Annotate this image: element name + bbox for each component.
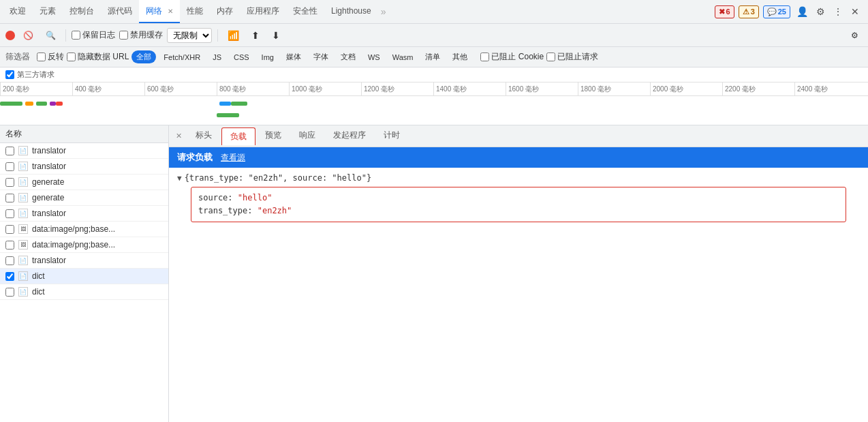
download-btn[interactable]: ⬇ [268, 28, 284, 43]
filter-ws[interactable]: WS [363, 52, 385, 63]
wifi-btn[interactable]: 📶 [223, 28, 243, 43]
list-item[interactable]: 📄generate [0, 190, 168, 206]
tab-timing[interactable]: 计时 [375, 127, 408, 145]
filter-media[interactable]: 媒体 [281, 50, 306, 63]
tree-collapse-btn[interactable]: ▼ [177, 174, 182, 183]
list-item[interactable]: 📄translator [0, 206, 168, 222]
detail-tabs: ✕ 标头 负载 预览 响应 发起程序 计时 [169, 125, 868, 147]
tab-payload[interactable]: 负载 [221, 127, 255, 145]
throttle-select[interactable]: 无限制 [167, 28, 212, 43]
clear-btn[interactable]: 🚫 [19, 29, 37, 42]
filter-doc[interactable]: 文档 [336, 50, 360, 63]
list-item[interactable]: 📄dict [0, 269, 168, 284]
timeline-tick-5: 1200 毫秒 [361, 82, 433, 95]
detail-panel-close[interactable]: ✕ [172, 129, 186, 143]
filter-manifest[interactable]: 清单 [420, 50, 445, 63]
list-item-checkbox-7[interactable] [5, 256, 14, 265]
blocked-requests-label[interactable]: 已阻止请求 [546, 51, 598, 63]
timeline-tick-3: 800 毫秒 [217, 82, 289, 95]
tab-welcome[interactable]: 欢迎 [3, 0, 33, 23]
list-item[interactable]: 📄translator [0, 253, 168, 269]
devtools-settings-btn[interactable]: ⚙ [847, 29, 863, 42]
filter-css[interactable]: CSS [229, 52, 254, 63]
filter-img[interactable]: Img [257, 52, 279, 63]
preserve-log-label[interactable]: 保留日志 [72, 29, 115, 41]
timeline-bar-5 [217, 113, 239, 117]
list-item-checkbox-6[interactable] [5, 241, 14, 250]
tab-headers[interactable]: 标头 [187, 127, 220, 145]
tab-security[interactable]: 安全性 [286, 0, 324, 23]
filter-fetch-xhr[interactable]: Fetch/XHR [159, 52, 205, 63]
tab-sources[interactable]: 源代码 [101, 0, 139, 23]
tab-application[interactable]: 应用程序 [240, 0, 286, 23]
list-item[interactable]: 📄generate [0, 175, 168, 190]
list-item-checkbox-9[interactable] [5, 288, 14, 297]
list-item-checkbox-2[interactable] [5, 178, 14, 187]
file-icon: 🖼 [18, 224, 28, 234]
filter-all[interactable]: 全部 [131, 50, 156, 63]
list-item-checkbox-0[interactable] [5, 147, 14, 155]
list-item[interactable]: 📄translator [0, 143, 168, 159]
third-party-row[interactable]: 第三方请求 [0, 67, 868, 82]
main-layout: 名称 📄translator📄translator📄generate📄gener… [0, 125, 868, 422]
file-icon: 📄 [18, 209, 28, 218]
timeline-bar-2 [36, 102, 47, 106]
file-icon: 📄 [18, 271, 28, 281]
upload-btn[interactable]: ⬆ [247, 28, 264, 43]
list-item-checkbox-3[interactable] [5, 194, 14, 202]
blocked-requests-checkbox[interactable] [546, 52, 555, 61]
disable-cache-checkbox[interactable] [119, 31, 128, 40]
preserve-log-checkbox[interactable] [72, 31, 80, 40]
tab-lighthouse[interactable]: Lighthouse [324, 0, 378, 23]
item-name: dict [32, 271, 45, 281]
filter-font[interactable]: 字体 [309, 50, 333, 63]
file-icon: 📄 [18, 162, 28, 171]
list-item-checkbox-4[interactable] [5, 209, 14, 218]
tab-response[interactable]: 响应 [291, 127, 324, 145]
tab-performance[interactable]: 性能 [180, 0, 210, 23]
search-btn[interactable]: 🔍 [42, 29, 60, 42]
tab-memory[interactable]: 内存 [210, 0, 240, 23]
info-badge[interactable]: 💬 25 [763, 5, 790, 18]
timeline-tick-9: 2000 毫秒 [650, 82, 722, 95]
filter-wasm[interactable]: Wasm [388, 52, 418, 63]
error-badge[interactable]: ✖ 6 [715, 5, 734, 18]
filter-js[interactable]: JS [208, 52, 226, 63]
item-name: translator [32, 146, 66, 155]
tab-elements[interactable]: 元素 [33, 0, 63, 23]
tab-network-close[interactable]: ✕ [168, 7, 173, 15]
list-item-checkbox-5[interactable] [5, 225, 14, 234]
tab-network[interactable]: 网络 ✕ [139, 0, 180, 23]
disable-cache-label[interactable]: 禁用缓存 [119, 29, 163, 41]
blocked-cookies-checkbox[interactable] [480, 52, 489, 61]
tab-initiator[interactable]: 发起程序 [325, 127, 374, 145]
view-source-link[interactable]: 查看源 [221, 152, 245, 164]
tab-console[interactable]: 控制台 [63, 0, 101, 23]
settings-btn[interactable]: ⚙ [814, 4, 827, 19]
invert-checkbox[interactable] [37, 52, 46, 61]
tab-bar: 欢迎 元素 控制台 源代码 网络 ✕ 性能 内存 应用程序 安全性 Lighth… [0, 0, 868, 24]
invert-checkbox-label[interactable]: 反转 [37, 51, 64, 63]
filter-other[interactable]: 其他 [448, 50, 472, 63]
third-party-checkbox[interactable] [5, 70, 14, 79]
list-item[interactable]: 📄dict [0, 284, 168, 300]
timeline-ruler: 200 毫秒400 毫秒600 毫秒800 毫秒1000 毫秒1200 毫秒14… [0, 82, 868, 96]
hide-data-url-label[interactable]: 隐藏数据 URL [67, 51, 129, 63]
tab-preview[interactable]: 预览 [257, 127, 290, 145]
more-options-btn[interactable]: ⋮ [831, 4, 845, 19]
list-item-checkbox-1[interactable] [5, 162, 14, 171]
blocked-cookies-label[interactable]: 已阻止 Cookie [480, 51, 544, 63]
item-name: data:image/png;base... [32, 240, 115, 250]
list-item[interactable]: 🖼data:image/png;base... [0, 222, 168, 237]
record-btn[interactable] [5, 31, 15, 40]
timeline-bar-7 [231, 102, 247, 106]
list-item-checkbox-8[interactable] [5, 272, 14, 281]
list-item[interactable]: 🖼data:image/png;base... [0, 237, 168, 253]
close-devtools-btn[interactable]: ✕ [849, 4, 861, 19]
list-item[interactable]: 📄translator [0, 159, 168, 175]
user-btn[interactable]: 👤 [794, 4, 810, 19]
more-tabs-btn[interactable]: » [381, 6, 386, 17]
hide-data-url-checkbox[interactable] [67, 52, 76, 61]
warning-badge[interactable]: ⚠ 3 [739, 5, 759, 18]
timeline-bar-6 [219, 102, 230, 106]
